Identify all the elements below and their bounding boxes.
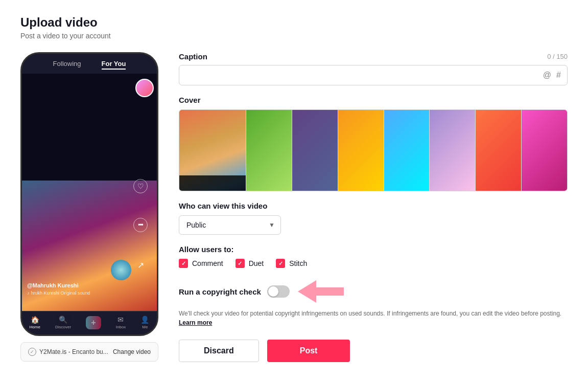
nav-inbox[interactable]: ✉ Inbox [116, 316, 126, 329]
arrow-pointer [298, 278, 344, 305]
cover-filmstrip [246, 110, 567, 191]
page-subtitle: Post a video to your account [20, 32, 568, 40]
toggle-knob [268, 286, 278, 297]
learn-more-link[interactable]: Learn more [179, 319, 212, 326]
cover-frame-6[interactable] [475, 110, 521, 191]
cover-frame-3[interactable] [338, 110, 384, 191]
who-can-view-label: Who can view this video [179, 201, 568, 210]
cover-frame-4[interactable] [384, 110, 430, 191]
visibility-select[interactable]: Public Friends Private [179, 215, 281, 235]
copyright-section: Run a copyright check We'll check your v… [179, 278, 568, 327]
checkbox-stitch[interactable]: Stitch [276, 259, 307, 268]
hash-icon[interactable]: # [556, 71, 561, 80]
check-icon: ✓ [28, 348, 36, 356]
plus-icon: + [86, 316, 101, 329]
cover-selected-frame[interactable] [179, 110, 246, 191]
copyright-label: Run a copyright check [179, 287, 261, 296]
copyright-row: Run a copyright check [179, 278, 568, 305]
post-button[interactable]: Post [267, 340, 350, 362]
nav-discover[interactable]: 🔍 Discover [55, 316, 71, 329]
phone-tab-foryou: For You [102, 60, 126, 70]
comment-label: Comment [192, 259, 223, 267]
caption-icons: @ # [543, 71, 561, 80]
inbox-icon: ✉ [117, 316, 124, 324]
phone-video-area: ♡ ••• ↗ @Mahrukh Kureshi ♪ [22, 74, 157, 311]
allow-users-label: Allow users to: [179, 245, 568, 254]
nav-me[interactable]: 👤 Me [140, 316, 149, 329]
page-title: Upload video [20, 15, 568, 30]
action-row: Discard Post [179, 340, 568, 362]
discard-button[interactable]: Discard [179, 340, 259, 362]
duet-label: Duet [249, 259, 264, 267]
cover-frame-5[interactable] [429, 110, 475, 191]
nav-home[interactable]: 🏠 Home [30, 316, 40, 329]
video-sound: ♪ hrukh Kureshi Original sound [27, 290, 90, 296]
cover-frame-2[interactable] [292, 110, 338, 191]
cover-frame-1[interactable] [246, 110, 292, 191]
home-icon: 🏠 [31, 316, 39, 324]
comment-checkbox[interactable] [179, 259, 188, 268]
copyright-toggle[interactable] [267, 285, 290, 298]
arrow-icon [298, 278, 344, 305]
duet-checkbox[interactable] [236, 259, 245, 268]
video-username: @Mahrukh Kureshi [27, 282, 90, 288]
phone-tab-following: Following [53, 60, 81, 70]
phone-bottom-nav: 🏠 Home 🔍 Discover + ✉ Inbox 👤 Me [22, 311, 157, 334]
cover-label: Cover [179, 96, 568, 104]
allow-users-section: Allow users to: Comment Duet Stitch [179, 245, 568, 268]
right-panel: Caption 0 / 150 @ # Cover [179, 52, 568, 362]
profile-icon: 👤 [140, 316, 149, 324]
phone-top-bar: Following For You [22, 54, 157, 74]
change-video-button[interactable]: Change video [113, 348, 151, 355]
caption-label: Caption 0 / 150 [179, 52, 568, 61]
video-source-info: ✓ Y2Mate.is - Encanto bu... [28, 348, 108, 356]
visibility-dropdown[interactable]: Public Friends Private ▼ [179, 215, 281, 235]
char-count: 0 / 150 [547, 53, 568, 60]
video-user-info: @Mahrukh Kureshi ♪ hrukh Kureshi Origina… [27, 282, 90, 296]
video-source-label: Y2Mate.is - Encanto bu... [39, 348, 108, 355]
stitch-checkbox[interactable] [276, 259, 285, 268]
caption-input[interactable] [185, 71, 543, 79]
at-icon[interactable]: @ [543, 71, 551, 80]
checkbox-comment[interactable]: Comment [179, 259, 223, 268]
nav-create[interactable]: + [86, 316, 101, 329]
discover-icon: 🔍 [59, 316, 67, 324]
caption-input-wrap: @ # [179, 65, 568, 85]
cover-strip[interactable] [179, 109, 568, 191]
stitch-label: Stitch [289, 259, 307, 267]
video-source-bar: ✓ Y2Mate.is - Encanto bu... Change video [20, 342, 158, 362]
copyright-description: We'll check your video for potential cop… [179, 309, 568, 327]
phone-preview: Following For You ♡ [20, 52, 158, 336]
cover-frame-7[interactable] [521, 110, 567, 191]
svg-marker-0 [298, 280, 344, 303]
cover-selected-bar [179, 175, 246, 191]
avatar [135, 79, 154, 97]
checkboxes-row: Comment Duet Stitch [179, 259, 568, 268]
checkbox-duet[interactable]: Duet [236, 259, 264, 268]
